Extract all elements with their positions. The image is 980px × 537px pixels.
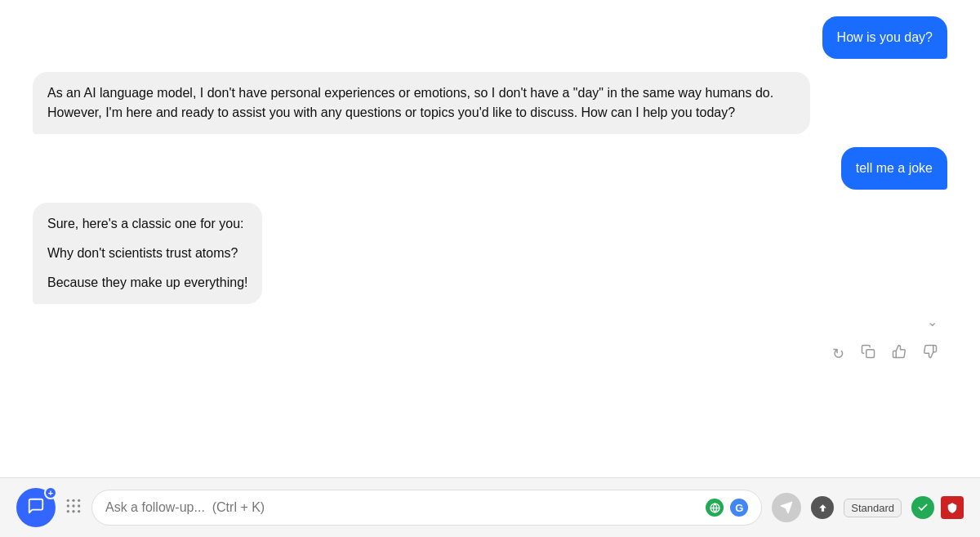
user-message-text-2: tell me a joke [856,161,933,175]
svg-point-7 [67,510,69,512]
message-row-user-1: How is you day? [33,16,947,59]
input-controls: G [431,499,749,517]
message-row-ai-2: Sure, here's a classic one for you: Why … [33,203,947,304]
chevron-down-icon: ⌄ [927,314,938,329]
grid-icon[interactable] [65,498,82,518]
svg-point-1 [67,499,69,501]
shield-icon[interactable] [941,496,964,519]
send-button[interactable] [772,493,801,522]
svg-point-4 [67,504,69,507]
message-row-ai-1: As an AI language model, I don't have pe… [33,72,947,134]
plus-badge: + [44,486,57,499]
google-icon[interactable]: G [730,499,748,517]
input-wrapper: G [91,490,762,526]
ai-message-para-2-2: Because they make up everything! [47,273,247,293]
ai-bubble-1: As an AI language model, I don't have pe… [33,72,810,134]
svg-point-8 [72,510,74,512]
input-bar: + G Sta [0,477,980,537]
svg-rect-0 [866,350,875,358]
reaction-bar: ↻ [33,341,947,369]
thumbs-down-icon[interactable] [923,344,938,363]
message-row-user-2: tell me a joke [33,147,947,190]
standard-mode-badge[interactable]: Standard [844,499,902,517]
scroll-to-bottom[interactable]: ⌄ [33,314,947,329]
bottom-right-icons [911,496,964,519]
copy-icon[interactable] [861,344,875,363]
user-bubble-2: tell me a joke [841,147,947,190]
svg-point-5 [72,504,74,507]
scroll-up-button[interactable] [811,496,834,519]
check-icon[interactable] [911,496,934,519]
ai-message-para-1: As an AI language model, I don't have pe… [47,83,795,123]
user-bubble-1: How is you day? [822,16,947,59]
ai-message-para-2-0: Sure, here's a classic one for you: [47,214,247,234]
thumbs-up-icon[interactable] [892,344,906,363]
chat-icon [27,497,45,519]
chat-area: How is you day? As an AI language model,… [0,0,980,477]
svg-point-2 [72,499,74,501]
user-message-text-1: How is you day? [837,30,933,44]
ai-message-para-2-1: Why don't scientists trust atoms? [47,244,247,263]
regenerate-icon[interactable]: ↻ [832,345,844,363]
follow-up-input[interactable] [105,500,423,515]
web-search-icon[interactable] [706,499,724,517]
svg-point-6 [78,504,80,507]
svg-point-3 [78,499,80,501]
svg-point-9 [78,510,80,512]
new-chat-button[interactable]: + [16,488,56,527]
ai-bubble-2: Sure, here's a classic one for you: Why … [33,203,262,304]
